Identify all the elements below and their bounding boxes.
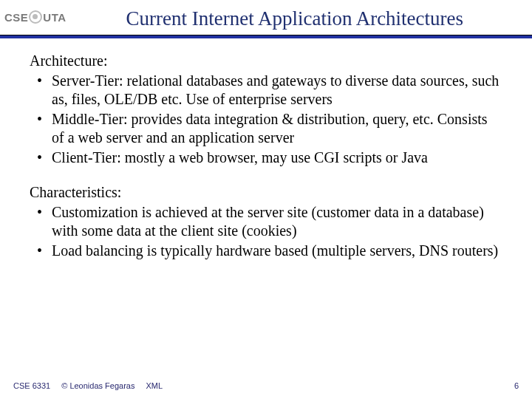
footer-course: CSE 6331 [13, 381, 50, 390]
section-architecture: Architecture: Server-Tier: relational da… [30, 52, 502, 167]
list-item: Middle-Tier: provides data integration &… [34, 110, 502, 147]
slide-footer: CSE 6331 © Leonidas Fegaras XML 6 [0, 381, 532, 390]
logo-text-left: CSE [4, 11, 28, 24]
section-heading: Characteristics: [30, 183, 502, 202]
slide-title: Current Internet Application Architectur… [66, 6, 523, 35]
bullet-list: Customization is achieved at the server … [30, 203, 502, 260]
footer-topic: XML [146, 381, 163, 390]
list-item: Load balancing is typically hardware bas… [34, 242, 502, 260]
logo-text-right: UTA [43, 11, 66, 24]
slide-content: Architecture: Server-Tier: relational da… [0, 38, 532, 260]
at-icon [29, 10, 42, 24]
slide-header: CSE UTA Current Internet Application Arc… [0, 0, 532, 35]
footer-copyright: © Leonidas Fegaras [61, 381, 134, 390]
bullet-list: Server-Tier: relational databases and ga… [30, 72, 502, 167]
institution-logo: CSE UTA [4, 10, 66, 24]
list-item: Server-Tier: relational databases and ga… [34, 72, 502, 109]
footer-page-number: 6 [514, 381, 519, 390]
section-characteristics: Characteristics: Customization is achiev… [30, 183, 502, 260]
section-heading: Architecture: [30, 52, 502, 70]
list-item: Customization is achieved at the server … [34, 203, 502, 240]
list-item: Client-Tier: mostly a web browser, may u… [34, 149, 502, 167]
footer-left: CSE 6331 © Leonidas Fegaras XML [13, 381, 171, 390]
